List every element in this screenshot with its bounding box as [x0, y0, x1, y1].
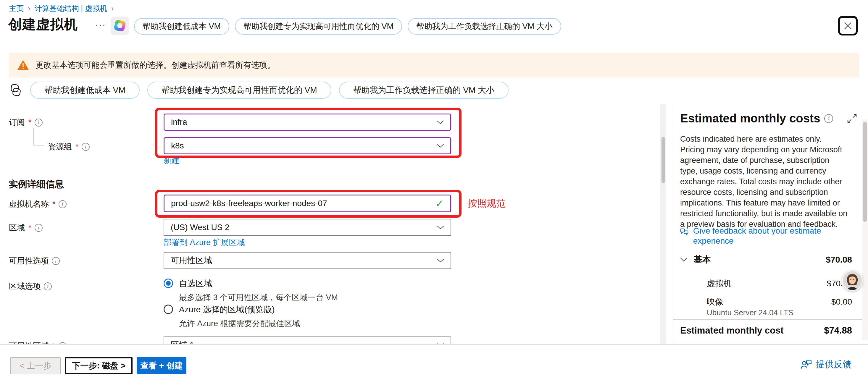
chevron-down-icon	[680, 258, 687, 262]
create-new-link[interactable]: 新建	[164, 155, 180, 166]
zone-option-self-select[interactable]: 自选区域 最多选择 3 个可用性区域，每个区域一台 VM	[164, 278, 338, 303]
zone-options-label: 区域选项 i	[9, 281, 52, 292]
chevron-down-icon	[437, 226, 444, 229]
vm-name-label: 虚拟机名称* i	[9, 199, 67, 210]
more-options-icon[interactable]: ···	[95, 20, 106, 30]
assistant-avatar[interactable]	[842, 270, 863, 291]
feedback-person-icon	[801, 360, 812, 370]
info-icon[interactable]: i	[824, 114, 833, 123]
cost-item-vm: 虚拟机 $70.08	[707, 278, 852, 289]
annotation-text: 按照规范	[468, 197, 505, 210]
region-value: (US) West US 2	[171, 223, 229, 232]
give-feedback-link[interactable]: 提供反馈	[801, 358, 851, 371]
info-icon[interactable]: i	[35, 119, 42, 127]
radio-label: 自选区域	[179, 278, 338, 289]
feedback-bubbles-icon	[680, 226, 689, 236]
vm-name-input[interactable]: prod-usw2-k8s-freeleaps-worker-nodes-07 …	[164, 195, 451, 212]
cost-group-basic[interactable]: 基本 $70.08	[680, 254, 852, 265]
copilot-icon	[114, 20, 126, 32]
suggestion-right-vm-size[interactable]: 帮助我为工作负载选择正确的 VM 大小	[339, 82, 509, 99]
close-icon	[843, 21, 852, 30]
chevron-right-icon: ›	[28, 4, 30, 13]
info-icon[interactable]: i	[59, 200, 67, 208]
required-asterisk: *	[52, 200, 56, 209]
estimate-feedback-link[interactable]: Give feedback about your estimate experi…	[680, 226, 834, 246]
suggestion-high-availability-vm[interactable]: 帮助我创建专为实现高可用性而优化的 VM	[235, 18, 402, 35]
copilot-suggestions-header: 帮助我创建低成本 VM 帮助我创建专为实现高可用性而优化的 VM 帮助我为工作负…	[134, 18, 561, 35]
radio-selected-icon[interactable]	[164, 279, 173, 288]
footer-bar: < 上一步 下一步: 磁盘 > 查看 + 创建 提供反馈	[0, 344, 868, 385]
info-icon[interactable]: i	[44, 282, 52, 290]
chevron-down-icon	[437, 144, 444, 148]
review-create-button[interactable]: 查看 + 创建	[137, 357, 186, 374]
copilot-button[interactable]	[111, 17, 129, 35]
suggestion-low-cost-vm[interactable]: 帮助我创建低成本 VM	[30, 82, 140, 99]
subscription-value: infra	[171, 118, 187, 127]
suggestion-high-availability-vm[interactable]: 帮助我创建专为实现高可用性而优化的 VM	[147, 82, 331, 99]
previous-button[interactable]: < 上一步	[10, 357, 61, 374]
panel-scrollbar-thumb[interactable]	[863, 122, 867, 222]
feedback-label: 提供反馈	[816, 358, 851, 371]
radio-label: Azure 选择的区域(预览版)	[179, 304, 300, 315]
breadcrumb-virtual-machines[interactable]: 计算基础结构 | 虚拟机	[35, 4, 107, 13]
resource-group-label: 资源组* i	[48, 141, 90, 152]
info-icon[interactable]: i	[35, 224, 42, 232]
subscription-dropdown[interactable]: infra	[164, 114, 451, 131]
region-label: 区域* i	[9, 222, 42, 233]
costs-panel-title: Estimated monthly costs	[680, 112, 820, 125]
warning-icon	[17, 60, 29, 70]
next-disks-button[interactable]: 下一步: 磁盘 >	[65, 357, 132, 374]
close-button[interactable]	[838, 16, 858, 35]
required-asterisk: *	[28, 118, 32, 127]
chevron-down-icon	[437, 259, 444, 263]
avatar-image	[843, 271, 862, 290]
cost-item-image: 映像 $0.00	[707, 296, 852, 308]
chevron-down-icon	[437, 120, 444, 124]
resource-group-value: k8s	[171, 141, 184, 151]
valid-check-icon: ✓	[435, 197, 444, 210]
warning-banner: 更改基本选项可能会重置所做的选择。创建虚拟机前查看所有选项。	[9, 53, 859, 77]
cost-item-image-sub: Ubuntu Server 24.04 LTS	[707, 308, 794, 317]
instance-details-header: 实例详细信息	[9, 178, 64, 190]
chevron-right-icon: ›	[111, 4, 114, 13]
resource-group-dropdown[interactable]: k8s	[164, 137, 451, 154]
vm-name-value: prod-usw2-k8s-freeleaps-worker-nodes-07	[171, 199, 327, 208]
availability-options-label: 可用性选项 i	[9, 255, 60, 266]
estimated-monthly-cost-row: Estimated monthly cost $74.88	[680, 325, 852, 336]
required-asterisk: *	[75, 142, 79, 151]
radio-unselected-icon[interactable]	[164, 304, 173, 314]
radio-desc: 允许 Azure 根据需要分配最佳区域	[179, 318, 300, 329]
estimated-costs-panel: Estimated monthly costs i Costs indicate…	[673, 104, 868, 344]
availability-options-value: 可用性区域	[171, 255, 212, 266]
info-icon[interactable]: i	[82, 143, 90, 151]
suggestion-low-cost-vm[interactable]: 帮助我创建低成本 VM	[134, 18, 229, 35]
subscription-label: 订阅* i	[9, 117, 42, 128]
availability-options-dropdown[interactable]: 可用性区域	[164, 252, 451, 269]
tree-connector	[33, 128, 34, 146]
copilot-outline-icon	[9, 84, 23, 97]
breadcrumb: 主页 › 计算基础结构 | 虚拟机 ›	[9, 4, 114, 13]
warning-text: 更改基本选项可能会重置所做的选择。创建虚拟机前查看所有选项。	[35, 60, 275, 70]
suggestion-right-vm-size[interactable]: 帮助我为工作负载选择正确的 VM 大小	[408, 18, 561, 35]
deploy-edge-zone-link[interactable]: 部署到 Azure 扩展区域	[164, 237, 245, 248]
page-title: 创建虚拟机	[8, 15, 78, 34]
breadcrumb-home[interactable]: 主页	[9, 4, 24, 13]
copilot-suggestions-row: 帮助我创建低成本 VM 帮助我创建专为实现高可用性而优化的 VM 帮助我为工作负…	[9, 82, 508, 99]
radio-desc: 最多选择 3 个可用性区域，每个区域一台 VM	[179, 292, 338, 303]
create-vm-page: 主页 › 计算基础结构 | 虚拟机 › 创建虚拟机 ··· 帮助我创建低成本 V…	[0, 0, 868, 385]
required-asterisk: *	[28, 223, 32, 232]
info-icon[interactable]: i	[52, 257, 60, 265]
collapse-icon[interactable]	[847, 114, 857, 124]
zone-option-azure-selected[interactable]: Azure 选择的区域(预览版) 允许 Azure 根据需要分配最佳区域	[164, 304, 300, 329]
region-dropdown[interactable]: (US) West US 2	[164, 219, 451, 236]
main-scrollbar-thumb[interactable]	[661, 137, 665, 183]
costs-disclaimer: Costs indicated here are estimates only.…	[680, 134, 847, 229]
tree-connector	[33, 145, 44, 146]
